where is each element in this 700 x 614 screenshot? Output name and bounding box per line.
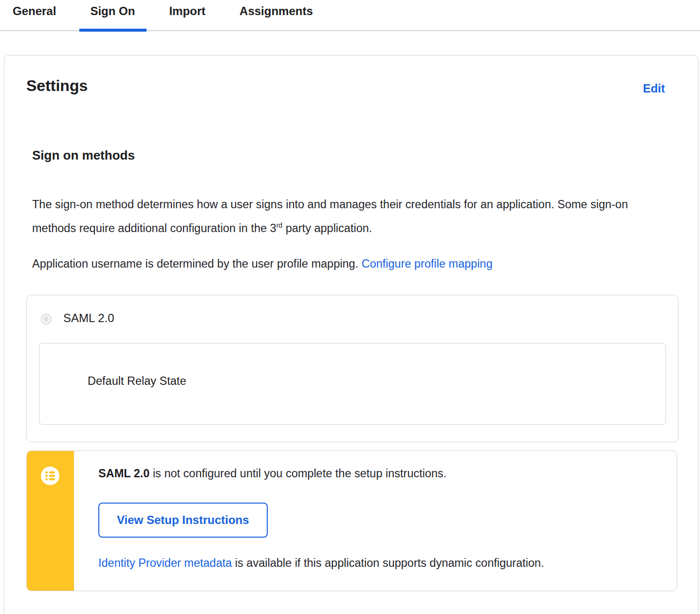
warning-message-rest: is not configured until you complete the… — [149, 467, 446, 480]
configure-profile-mapping-link[interactable]: Configure profile mapping — [362, 257, 493, 270]
warning-message: SAML 2.0 is not configured until you com… — [98, 466, 657, 481]
app-tab-bar: General Sign On Import Assignments — [0, 0, 700, 31]
tab-import[interactable]: Import — [169, 0, 205, 31]
page-title: Settings — [26, 77, 88, 95]
sign-on-method-description: The sign-on method determines how a user… — [32, 193, 631, 240]
metadata-note: Identity Provider metadata is available … — [98, 557, 657, 570]
metadata-note-rest: is available if this application support… — [232, 557, 544, 569]
view-setup-instructions-button[interactable]: View Setup Instructions — [98, 503, 268, 538]
tab-assignments[interactable]: Assignments — [239, 0, 313, 31]
sign-on-methods-heading: Sign on methods — [32, 148, 135, 163]
description-superscript: rd — [276, 221, 282, 229]
warning-banner-content: SAML 2.0 is not configured until you com… — [74, 451, 677, 591]
description-text-tail: party application. — [282, 222, 372, 235]
settings-card: Settings Edit Sign on methods The sign-o… — [4, 55, 699, 614]
username-mapping-text: Application username is determined by th… — [32, 257, 362, 270]
tab-sign-on[interactable]: Sign On — [90, 0, 135, 31]
saml-setup-warning-banner: SAML 2.0 is not configured until you com… — [26, 451, 677, 591]
saml-radio-label: SAML 2.0 — [63, 311, 114, 325]
list-icon — [41, 467, 59, 485]
warning-message-bold: SAML 2.0 — [98, 467, 149, 480]
default-relay-state-label: Default Relay State — [88, 375, 186, 388]
identity-provider-metadata-link[interactable]: Identity Provider metadata — [98, 557, 232, 569]
saml-method-box: SAML 2.0 Default Relay State — [26, 295, 679, 442]
edit-link[interactable]: Edit — [643, 82, 665, 95]
warning-banner-accent-strip — [27, 451, 74, 591]
saml-radio-button[interactable] — [41, 314, 52, 325]
tab-general[interactable]: General — [13, 0, 56, 31]
default-relay-state-box: Default Relay State — [39, 343, 666, 425]
username-mapping-description: Application username is determined by th… — [32, 252, 631, 276]
